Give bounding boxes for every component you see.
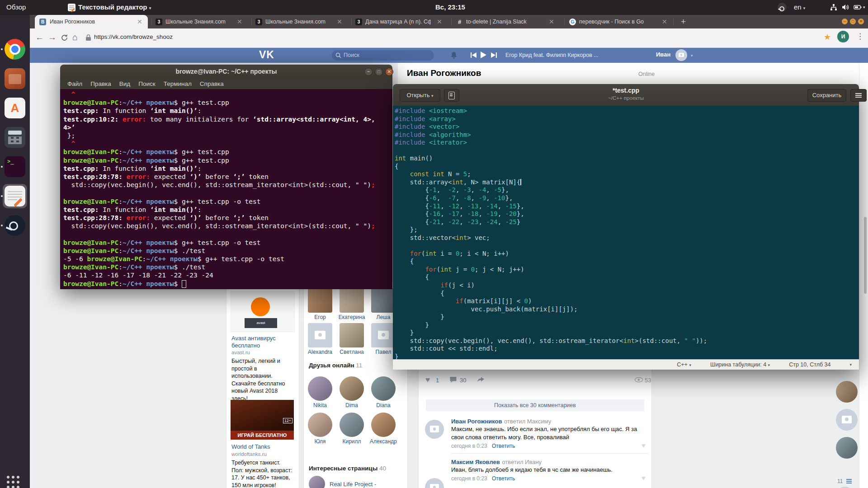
vk-user-avatar[interactable]	[675, 49, 687, 61]
friend-name[interactable]: Светлана	[336, 349, 368, 355]
tab-znanija-1[interactable]: 3 Школьные Знания.com ✕	[152, 15, 247, 28]
clock[interactable]: Вс, 23:15	[435, 3, 465, 11]
tab-close-icon[interactable]: ✕	[549, 18, 554, 25]
page-item-title[interactable]: Real Life Project -	[330, 481, 376, 488]
show-all-comments-button[interactable]: Показать все 30 комментариев	[426, 399, 644, 411]
steam-tray-icon[interactable]	[778, 3, 787, 12]
chevron-down-icon[interactable]: ▾	[849, 362, 852, 367]
ad-wot-image[interactable]: 12+ ИГРАЙ БЕСПЛАТНО	[231, 400, 294, 440]
volume-icon[interactable]	[842, 4, 849, 11]
new-tab-button[interactable]: +	[681, 17, 686, 27]
tab-close-icon[interactable]: ✕	[662, 18, 667, 25]
friends-online-header[interactable]: Друзья онлайн 11	[309, 362, 362, 369]
vk-user-name[interactable]: Иван	[656, 51, 670, 58]
ad-avast-image[interactable]: avast	[231, 291, 295, 332]
vk-logo[interactable]: VK	[259, 49, 274, 61]
friend-photo[interactable]	[308, 413, 332, 437]
editor-headerbar[interactable]: Открыть ▾ *test.cpp ~/C++ проекты Сохран…	[393, 84, 859, 106]
prev-track-icon[interactable]	[471, 52, 476, 58]
terminal-minimize-button[interactable]: –	[364, 68, 373, 76]
comment-reply-button[interactable]: Ответить	[492, 443, 515, 449]
tab-close-icon[interactable]: ✕	[137, 18, 142, 25]
friend-name[interactable]: Александр	[368, 438, 399, 445]
friend-photo[interactable]	[340, 288, 364, 313]
browser-profile-avatar[interactable]: И	[837, 31, 849, 42]
terminal-maximize-button[interactable]: □	[375, 68, 383, 76]
activities-button[interactable]: Обзор	[6, 3, 26, 11]
editor-code-area[interactable]: #include <iostream>#include <array>#incl…	[393, 106, 859, 360]
forward-icon[interactable]: →	[48, 33, 57, 42]
comment-icon[interactable]	[449, 376, 457, 384]
friend-name[interactable]: Егор	[304, 314, 336, 320]
terminal-output[interactable]: ^browze@Ivan-PC:~/C++ проекты$ g++ test.…	[60, 89, 392, 289]
friend-name[interactable]: Екатерина	[336, 314, 368, 320]
like-icon[interactable]: ♥	[425, 375, 430, 385]
bookmark-star-icon[interactable]: ★	[824, 32, 831, 42]
dock-steam-icon[interactable]	[5, 215, 25, 236]
sidebar-avatar[interactable]	[836, 437, 858, 459]
friend-name[interactable]: Diana	[368, 402, 399, 408]
dock-files-icon[interactable]	[5, 68, 25, 89]
menu-search[interactable]: Поиск	[135, 80, 159, 87]
menu-help[interactable]: Справка	[196, 80, 227, 87]
friend-photo[interactable]	[340, 413, 364, 437]
avatar[interactable]	[425, 420, 444, 439]
show-applications-icon[interactable]	[7, 476, 19, 488]
home-icon[interactable]: ⌂	[72, 32, 78, 42]
menu-terminal[interactable]: Терминал	[160, 80, 195, 87]
sidebar-avatar-placeholder[interactable]	[836, 409, 858, 431]
friend-name[interactable]: Кирилл	[336, 438, 368, 445]
sidebar-avatar[interactable]	[836, 381, 858, 403]
chevron-down-icon[interactable]: ▾	[691, 53, 693, 58]
terminal-titlebar[interactable]: browze@Ivan-PC: ~/C++ проекты – □ ✕	[60, 65, 392, 79]
ad-avast-title[interactable]: Avast антивирус бесплатно	[231, 335, 290, 349]
friend-photo[interactable]	[308, 376, 332, 401]
battery-icon[interactable]	[854, 4, 862, 11]
language-selector[interactable]: C++ ▾	[677, 361, 691, 368]
tab-slack[interactable]: # to-delete | Znanija Slack ✕	[452, 15, 560, 28]
comment-like-icon[interactable]: ♥	[642, 441, 646, 449]
next-track-icon[interactable]	[491, 52, 497, 58]
reload-icon[interactable]	[61, 34, 68, 42]
friend-photo-placeholder[interactable]	[308, 323, 332, 347]
ad-avast-domain[interactable]: avast.ru	[231, 350, 250, 355]
list-icon[interactable]	[846, 479, 852, 483]
pages-header[interactable]: Интересные страницы 40	[309, 465, 386, 472]
page-avatar[interactable]	[309, 476, 325, 488]
terminal-close-button[interactable]: ✕	[385, 68, 393, 76]
tab-vk[interactable]: B Иван Рогожников ✕	[35, 15, 148, 28]
dock-chrome-icon[interactable]	[5, 39, 25, 60]
system-menu-chevron-icon[interactable]: ▾	[863, 5, 865, 9]
tab-close-icon[interactable]: ✕	[237, 18, 242, 25]
friend-photo[interactable]	[340, 376, 364, 401]
back-icon[interactable]: ←	[35, 33, 44, 42]
menu-view[interactable]: Вид	[116, 80, 134, 87]
menu-file[interactable]: Файл	[64, 80, 86, 87]
friend-name[interactable]: Dima	[336, 402, 368, 408]
friend-photo[interactable]	[340, 323, 364, 347]
comment-like-icon[interactable]: ♥	[642, 474, 646, 482]
friend-photo[interactable]	[308, 288, 332, 313]
bell-icon[interactable]	[450, 52, 458, 59]
save-button[interactable]: Сохранить	[807, 89, 846, 102]
app-menu[interactable]: Текстовый редактор ▾	[78, 3, 151, 11]
share-icon[interactable]	[476, 376, 485, 383]
friend-photo[interactable]	[371, 288, 396, 313]
friend-photo-placeholder[interactable]	[371, 323, 396, 347]
friend-name[interactable]: Юля	[304, 438, 336, 445]
browser-menu-icon[interactable]: ⋮	[856, 32, 864, 41]
comment-author[interactable]: Иван Рогожников	[451, 418, 502, 425]
tab-close-icon[interactable]: ✕	[337, 18, 342, 25]
ad-wot-title[interactable]: World of Tanks	[231, 443, 290, 450]
dock-calculator-icon[interactable]	[5, 127, 25, 148]
tab-matrix[interactable]: 3 Дана матрица A (n n). Сф ✕	[352, 15, 447, 28]
comment-author[interactable]: Максим Яковлев	[451, 459, 500, 465]
hamburger-menu-button[interactable]	[850, 89, 867, 102]
keyboard-layout-indicator[interactable]: en ▾	[794, 3, 805, 11]
tab-width-selector[interactable]: Ширина табуляции: 4 ▾	[710, 361, 770, 368]
window-close-button[interactable]: ✕	[858, 19, 864, 24]
friend-name[interactable]: Alexandra	[304, 349, 336, 355]
dock-a-app-icon[interactable]: A	[5, 98, 25, 118]
dock-gedit-icon[interactable]	[5, 186, 25, 206]
avatar[interactable]	[425, 478, 444, 488]
